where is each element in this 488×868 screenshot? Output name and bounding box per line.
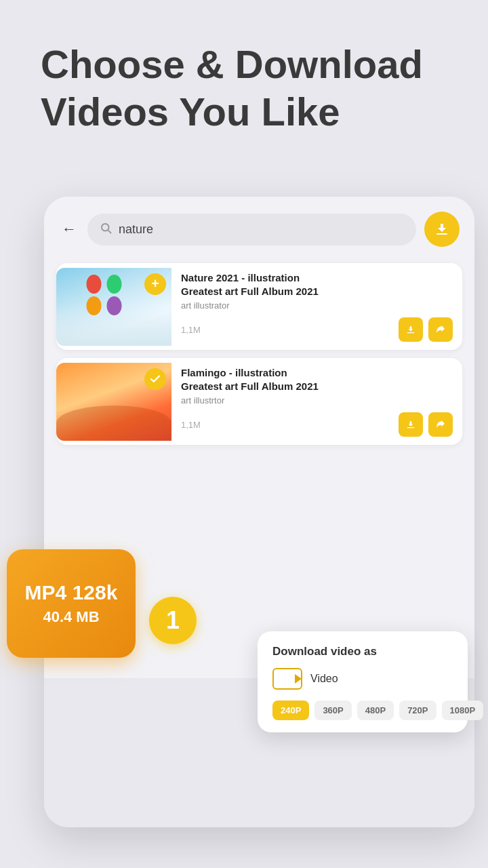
check-badge-2 [144,368,166,390]
item-info-2: Flamingo - illustration Greatest art Ful… [171,358,462,445]
item-title-2: Flamingo - illustration Greatest art Ful… [181,366,453,393]
svg-rect-2 [436,233,447,235]
share-action-2[interactable] [428,412,453,437]
thumbnail-2 [56,363,171,441]
search-icon [100,222,112,237]
svg-line-1 [108,230,110,233]
back-button[interactable]: ← [59,218,79,241]
mp4-format-badge: MP4 128k 40.4 MB [7,549,136,658]
item-views-1: 1,1M [181,325,201,335]
search-area: ← nature [44,197,474,259]
thumbnail-1: + [56,268,171,346]
page-title: Choose & Download Videos You Like [41,41,447,135]
phone-mockup: ← nature [44,197,474,827]
item-views-2: 1,1M [181,420,201,430]
mp4-size-text: 40.4 MB [43,608,99,626]
item-actions-1 [399,317,453,342]
download-popup: Download video as Video 240P 360P 480P 7… [258,631,468,732]
item-stats-2: 1,1M [181,412,453,437]
item-stats-1: 1,1M [181,317,453,342]
quality-480p[interactable]: 480P [357,701,394,720]
download-action-1[interactable] [399,317,423,342]
result-item-1[interactable]: + Nature 2021 - illustration Greatest ar… [56,263,462,350]
quality-720p[interactable]: 720P [399,701,436,720]
quality-240p[interactable]: 240P [272,701,309,720]
quality-360p[interactable]: 360P [314,701,351,720]
header-section: Choose & Download Videos You Like [41,41,447,135]
svg-rect-4 [407,427,415,428]
svg-rect-3 [407,332,415,333]
search-bar[interactable]: nature [87,214,416,245]
share-action-1[interactable] [428,317,453,342]
video-type-label: Video [310,673,338,685]
search-query-text: nature [119,222,153,237]
quality-options: 240P 360P 480P 720P 1080P [272,701,453,720]
popup-video-row: Video [272,668,453,690]
item-title-1: Nature 2021 - illustration Greatest art … [181,271,453,298]
quality-1080p[interactable]: 1080P [442,701,484,720]
results-list: + Nature 2021 - illustration Greatest ar… [44,259,474,465]
balloon-decoration [85,275,143,318]
item-info-1: Nature 2021 - illustration Greatest art … [171,263,462,350]
step-number-badge: 1 [149,597,197,644]
item-artist-1: art illustrator [181,300,453,311]
item-artist-2: art illustrtor [181,395,453,406]
download-action-2[interactable] [399,412,423,437]
result-item-2[interactable]: Flamingo - illustration Greatest art Ful… [56,358,462,445]
add-badge-1[interactable]: + [144,273,166,295]
video-icon [272,668,302,690]
popup-title: Download video as [272,645,453,658]
item-actions-2 [399,412,453,437]
download-button[interactable] [424,212,460,247]
mp4-format-text: MP4 128k [25,581,118,604]
